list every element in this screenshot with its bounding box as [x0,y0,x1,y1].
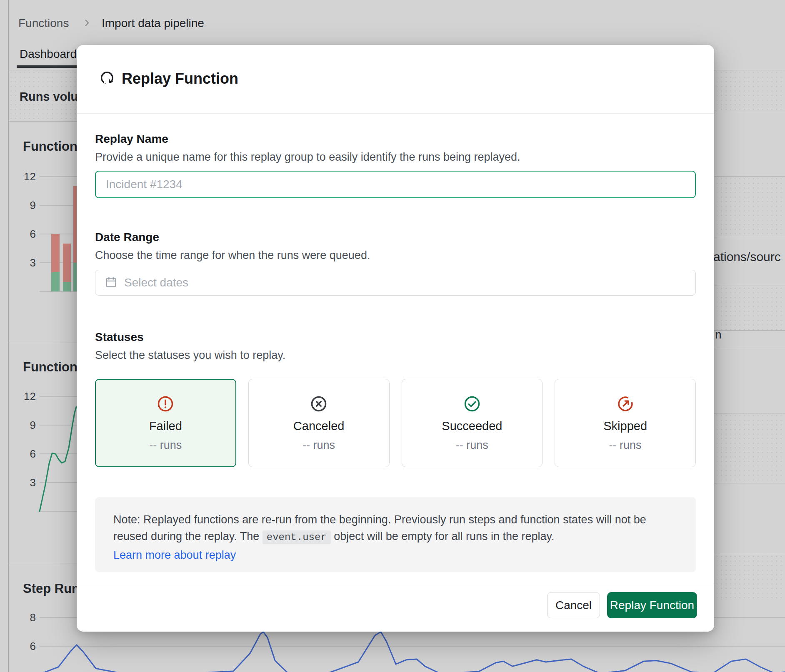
status-card-label: Canceled [293,419,345,433]
x-circle-icon [309,394,328,413]
calendar-icon [105,276,118,290]
status-card-canceled[interactable]: Canceled-- runs [248,379,390,467]
learn-more-link[interactable]: Learn more about replay [113,547,236,563]
status-card-count: -- runs [149,439,182,452]
note-text-after: object will be empty for all runs in the… [331,530,555,543]
replay-name-input[interactable] [95,171,696,198]
skip-circle-icon [616,394,635,413]
modal-title: Replay Function [122,70,238,87]
statuses-label: Statuses [95,331,144,344]
note-code-chip: event.user [262,530,331,544]
replay-name-description: Provide a unique name for this replay gr… [95,151,520,164]
alert-circle-icon [156,394,175,413]
status-cards: Failed-- runsCanceled-- runsSucceeded-- … [95,379,696,467]
status-card-count: -- runs [456,439,488,452]
replay-function-modal: Replay Function Replay Name Provide a un… [77,45,714,632]
status-card-count: -- runs [302,439,335,452]
status-card-count: -- runs [609,439,642,452]
status-card-skipped[interactable]: Skipped-- runs [555,379,696,467]
date-range-placeholder: Select dates [124,276,188,289]
date-range-label: Date Range [95,231,159,244]
replay-function-button[interactable]: Replay Function [607,592,697,618]
statuses-description: Select the statuses you wish to replay. [95,349,285,362]
status-card-succeeded[interactable]: Succeeded-- runs [402,379,543,467]
cancel-button[interactable]: Cancel [547,592,600,618]
status-card-label: Failed [149,419,182,433]
date-range-input[interactable]: Select dates [95,270,696,296]
status-card-failed[interactable]: Failed-- runs [95,379,236,467]
replay-name-label: Replay Name [95,132,168,146]
replay-icon [98,69,116,88]
note-box: Note: Replayed functions are re-run from… [95,497,696,572]
status-card-label: Succeeded [442,419,502,433]
header-divider [77,113,714,114]
status-card-label: Skipped [603,419,647,433]
date-range-description: Choose the time range for when the runs … [95,249,370,262]
footer-divider [77,584,714,584]
check-circle-icon [462,394,482,413]
